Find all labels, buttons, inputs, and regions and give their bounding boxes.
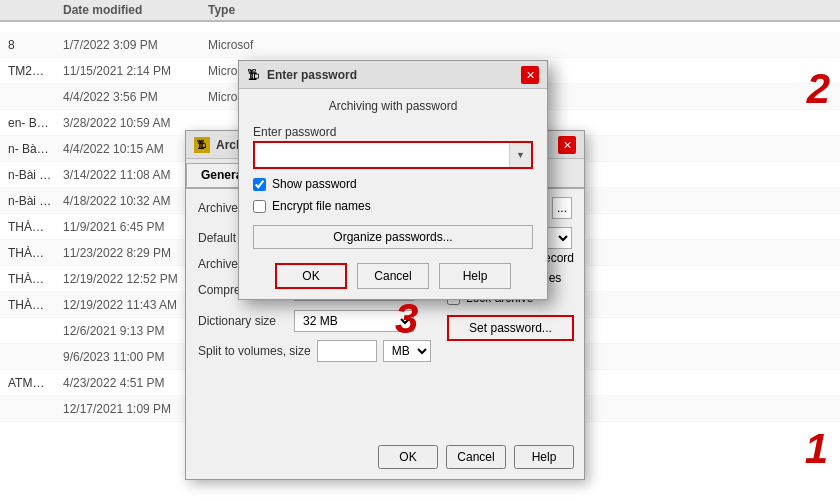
column-headers: Date modified Type: [0, 0, 840, 22]
encrypt-names-row: Encrypt file names: [253, 199, 533, 213]
pw-cancel-btn[interactable]: Cancel: [357, 263, 429, 289]
archive-close-btn[interactable]: ✕: [558, 136, 576, 154]
label-2: 2: [807, 65, 830, 113]
split-input[interactable]: [317, 340, 377, 362]
file-name: TM2…: [8, 64, 63, 78]
col-type: Type: [208, 3, 288, 17]
archive-cancel-btn[interactable]: Cancel: [446, 445, 506, 469]
split-row: Split to volumes, size MB: [198, 340, 572, 362]
pw-icon: 🗜: [247, 68, 261, 82]
pw-titlebar: 🗜 Enter password ✕: [239, 61, 547, 89]
file-name: en- B…: [8, 116, 63, 130]
file-name: n-Bài …: [8, 168, 63, 182]
pw-dropdown-arrow[interactable]: ▼: [509, 143, 531, 167]
file-name: THÀ…: [8, 298, 63, 312]
file-name: THÀ…: [8, 246, 63, 260]
password-dialog: 🗜 Enter password ✕ Archiving with passwo…: [238, 60, 548, 300]
file-name: THÀ…: [8, 220, 63, 234]
pw-input-wrapper: ▼: [253, 141, 533, 169]
pw-close-btn[interactable]: ✕: [521, 66, 539, 84]
show-password-label: Show password: [272, 177, 357, 191]
archive-footer: OK Cancel Help: [378, 445, 574, 469]
encrypt-names-check[interactable]: [253, 200, 266, 213]
pw-subtitle: Archiving with password: [239, 89, 547, 119]
split-label: Split to volumes, size: [198, 344, 311, 358]
encrypt-names-label: Encrypt file names: [272, 199, 371, 213]
pw-label-row: Enter password ▼: [253, 125, 533, 169]
pw-body: Enter password ▼ Show password Encrypt f…: [239, 119, 547, 255]
show-password-row: Show password: [253, 177, 533, 191]
pw-help-btn[interactable]: Help: [439, 263, 511, 289]
archive-icon: 🗜: [194, 137, 210, 153]
archive-ok-btn[interactable]: OK: [378, 445, 438, 469]
archive-help-btn[interactable]: Help: [514, 445, 574, 469]
pw-ok-btn[interactable]: OK: [275, 263, 347, 289]
file-date: 11/15/2021 2:14 PM: [63, 64, 208, 78]
organize-passwords-btn[interactable]: Organize passwords...: [253, 225, 533, 249]
pw-footer: OK Cancel Help: [239, 255, 547, 297]
set-password-btn[interactable]: Set password...: [447, 315, 574, 341]
browse-btn[interactable]: ...: [552, 197, 572, 219]
col-date: Date modified: [63, 3, 208, 17]
file-date: 1/7/2022 3:09 PM: [63, 38, 208, 52]
table-row[interactable]: 8 1/7/2022 3:09 PM Microsof: [0, 32, 840, 58]
file-date: 3/28/2022 10:59 AM: [63, 116, 208, 130]
pw-input[interactable]: [255, 143, 509, 167]
file-name: n-Bài …: [8, 194, 63, 208]
pw-dialog-title: Enter password: [267, 68, 521, 82]
file-name: 8: [8, 38, 63, 52]
file-date: 4/4/2022 3:56 PM: [63, 90, 208, 104]
file-name: THÀ…: [8, 272, 63, 286]
split-unit-select[interactable]: MB: [383, 340, 431, 362]
label-3: 3: [395, 295, 418, 343]
show-password-check[interactable]: [253, 178, 266, 191]
file-name: n- Bà…: [8, 142, 63, 156]
label-1: 1: [805, 425, 828, 473]
dictionary-label: Dictionary size: [198, 314, 288, 328]
file-type: Microsof: [208, 38, 288, 52]
file-name: ATM…: [8, 376, 63, 390]
pw-enter-label: Enter password: [253, 125, 533, 139]
col-name: [8, 3, 63, 17]
